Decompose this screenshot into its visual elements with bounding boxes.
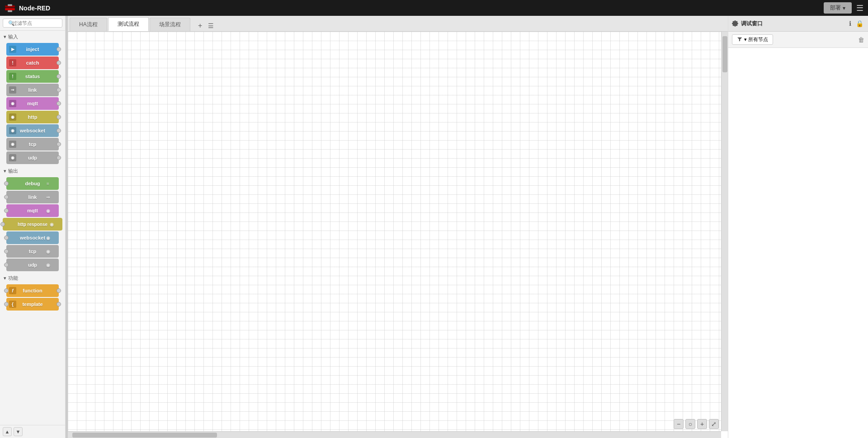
topbar-right: 部署 ▾ ☰ [824, 2, 863, 14]
palette-content: ▾ 输入 ▶ inject ! catch ! status [0, 31, 65, 425]
tab-test-flow[interactable]: 测试流程 [108, 17, 149, 31]
right-panel: 调试窗口 ℹ 🔒 ▾ 所有节点 🗑 [728, 16, 868, 438]
tab-scene-flow[interactable]: 场景流程 [150, 18, 190, 31]
node-link-in[interactable]: ⇒ link [6, 84, 59, 96]
catch-icon: ! [9, 59, 16, 66]
deploy-button[interactable]: 部署 ▾ [824, 2, 852, 14]
mqtt-out-input-port [4, 208, 9, 213]
tcp-out-icon: ◉ [44, 248, 52, 255]
tab-ha-flow[interactable]: HA流程 [70, 18, 107, 31]
tab-controls: + ☰ [193, 20, 217, 31]
node-http-in[interactable]: ◉ http [6, 111, 59, 123]
deploy-label: 部署 [830, 4, 841, 12]
debug-lock-button[interactable]: 🔒 [855, 19, 864, 28]
search-wrap: 🔍 [3, 19, 62, 28]
debug-input-port [4, 181, 9, 186]
canvas-vertical-scrollbar[interactable] [721, 32, 728, 431]
right-panel-header: 调试窗口 ℹ 🔒 [728, 16, 868, 32]
http-in-output-port [57, 115, 61, 119]
palette-section-function-label: 功能 [8, 275, 18, 282]
svg-rect-2 [8, 4, 12, 6]
palette-section-output[interactable]: ▾ 输出 [0, 165, 65, 176]
node-mqtt-in[interactable]: ◉ mqtt [6, 97, 59, 110]
debug-filter-button[interactable]: ▾ 所有节点 [732, 34, 773, 45]
app-title: Node-RED [19, 5, 50, 12]
palette-section-output-label: 输出 [8, 168, 18, 174]
deploy-arrow-icon: ▾ [843, 5, 845, 11]
http-response-icon: ◉ [48, 221, 55, 228]
zoom-out-button[interactable]: − [674, 419, 684, 429]
node-function[interactable]: f function [6, 284, 59, 297]
canvas-grid [68, 32, 728, 438]
canvas-area[interactable]: − ○ + ⤢ [68, 32, 728, 438]
palette-scroll-down-button[interactable]: ▼ [14, 427, 23, 436]
node-status[interactable]: ! status [6, 70, 59, 83]
nodered-logo-icon [5, 3, 15, 14]
node-mqtt-out[interactable]: mqtt ◉ [6, 204, 59, 217]
center-area: HA流程 测试流程 场景流程 + ☰ [68, 16, 728, 438]
udp-out-input-port [4, 263, 9, 267]
http-response-input-port [0, 222, 5, 226]
tcp-in-icon: ◉ [9, 141, 16, 148]
fit-button[interactable]: ⤢ [709, 419, 719, 429]
link-in-icon: ⇒ [9, 86, 16, 94]
chevron-down-output-icon: ▾ [4, 168, 6, 174]
status-icon: ! [9, 73, 16, 80]
tcp-out-input-port [4, 249, 9, 254]
palette-scroll-up-button[interactable]: ▲ [3, 427, 12, 436]
palette-section-function[interactable]: ▾ 功能 [0, 272, 65, 283]
link-in-output-port [57, 88, 61, 92]
template-input-port [4, 302, 9, 306]
zoom-in-button[interactable]: + [697, 419, 707, 429]
function-input-port [4, 288, 9, 293]
catch-output-port [57, 61, 61, 65]
filter-icon [737, 37, 742, 42]
template-output-port [57, 302, 61, 306]
canvas-horizontal-scrollbar[interactable] [68, 431, 721, 438]
palette-section-input[interactable]: ▾ 输入 [0, 31, 65, 42]
node-websocket-in[interactable]: ◉ websocket [6, 124, 59, 137]
mqtt-out-icon: ◉ [44, 207, 52, 214]
topbar: Node-RED 部署 ▾ ☰ [0, 0, 868, 16]
node-tcp-in[interactable]: ◉ tcp [6, 138, 59, 151]
debug-clear-button[interactable]: 🗑 [858, 36, 864, 43]
node-udp-in[interactable]: ◉ udp [6, 151, 59, 164]
udp-in-output-port [57, 155, 61, 160]
menu-button[interactable]: ☰ [856, 3, 863, 13]
search-input[interactable] [3, 19, 62, 28]
websocket-out-input-port [4, 235, 9, 240]
function-icon: f [9, 287, 16, 294]
node-udp-out[interactable]: udp ◉ [6, 259, 59, 271]
websocket-in-icon: ◉ [9, 127, 16, 134]
tcp-in-output-port [57, 142, 61, 146]
node-template[interactable]: { template [6, 298, 59, 311]
http-in-icon: ◉ [9, 113, 16, 121]
mqtt-in-output-port [57, 101, 61, 106]
chevron-down-function-icon: ▾ [4, 275, 6, 281]
sidebar-search-area: 🔍 [0, 16, 65, 31]
node-catch[interactable]: ! catch [6, 57, 59, 69]
palette-bottom-controls: ▲ ▼ [0, 425, 65, 438]
node-http-response[interactable]: http response ◉ [3, 218, 62, 231]
udp-in-icon: ◉ [9, 154, 16, 161]
debug-info-button[interactable]: ℹ [848, 19, 852, 28]
palette-sidebar: 🔍 ▾ 输入 ▶ inject ! catch [0, 16, 66, 438]
svg-rect-3 [8, 10, 12, 12]
zoom-reset-button[interactable]: ○ [685, 419, 695, 429]
canvas-hscroll-thumb[interactable] [72, 433, 217, 438]
node-inject[interactable]: ▶ inject [6, 43, 59, 56]
node-link-out[interactable]: link ⇒ [6, 191, 59, 203]
add-tab-button[interactable]: + [195, 20, 206, 31]
node-debug[interactable]: debug ≡ [6, 177, 59, 190]
tab-list-button[interactable]: ☰ [206, 20, 217, 31]
status-output-port [57, 74, 61, 79]
node-tcp-out[interactable]: tcp ◉ [6, 245, 59, 258]
debug-panel-title: 调试窗口 [732, 20, 845, 28]
debug-toolbar: ▾ 所有节点 🗑 [728, 32, 868, 48]
function-output-port [57, 288, 61, 293]
svg-rect-1 [5, 8, 15, 10]
debug-panel-title-text: 调试窗口 [741, 20, 763, 28]
main-layout: 🔍 ▾ 输入 ▶ inject ! catch [0, 16, 868, 438]
node-websocket-out[interactable]: websocket ◉ [6, 231, 59, 244]
canvas-vscroll-thumb[interactable] [722, 36, 727, 72]
